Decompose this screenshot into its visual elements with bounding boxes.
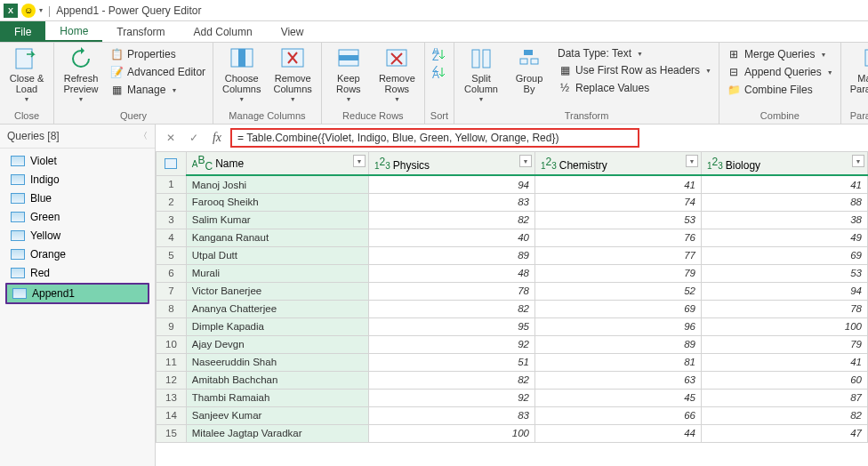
cell-biology[interactable]: 41 [701, 353, 867, 371]
query-item-violet[interactable]: Violet [5, 152, 149, 170]
cell-name[interactable]: Utpal Dutt [186, 246, 368, 264]
cell-biology[interactable]: 79 [701, 335, 867, 353]
data-grid[interactable]: ABCName▼ 123Physics▼ 123Chemistry▼ 123Bi… [156, 151, 868, 466]
row-number[interactable]: 14 [157, 406, 187, 424]
table-row[interactable]: 2Farooq Sheikh837488 [157, 193, 868, 211]
query-item-green[interactable]: Green [5, 208, 149, 226]
query-item-blue[interactable]: Blue [5, 189, 149, 207]
accept-formula-button[interactable]: ✓ [184, 128, 204, 148]
table-row[interactable]: 9Dimple Kapadia9596100 [157, 317, 868, 335]
tab-view[interactable]: View [267, 21, 318, 42]
row-number[interactable]: 12 [157, 371, 187, 389]
sort-desc-button[interactable]: ZA [430, 64, 448, 80]
table-row[interactable]: 6Murali487953 [157, 264, 868, 282]
cell-physics[interactable]: 82 [368, 300, 534, 317]
cell-physics[interactable]: 92 [368, 335, 534, 353]
cell-biology[interactable]: 53 [701, 264, 867, 282]
table-row[interactable]: 1Manoj Joshi944141 [157, 175, 868, 193]
cell-physics[interactable]: 48 [368, 264, 534, 282]
chevron-left-icon[interactable]: 〈 [139, 130, 148, 142]
cell-chemistry[interactable]: 44 [534, 424, 701, 442]
cell-chemistry[interactable]: 69 [534, 300, 701, 317]
formula-input[interactable]: = Table.Combine({Violet, Indigo, Blue, G… [230, 128, 639, 148]
filter-dropdown-icon[interactable]: ▼ [852, 155, 864, 167]
cell-name[interactable]: Mitalee Jagtap Varadkar [186, 424, 368, 442]
row-number[interactable]: 1 [157, 175, 187, 193]
cell-physics[interactable]: 83 [368, 193, 534, 211]
cell-physics[interactable]: 51 [368, 353, 534, 371]
cell-chemistry[interactable]: 66 [534, 406, 701, 424]
table-row[interactable]: 5Utpal Dutt897769 [157, 246, 868, 264]
tab-transform[interactable]: Transform [102, 21, 179, 42]
cell-physics[interactable]: 83 [368, 406, 534, 424]
row-number[interactable]: 2 [157, 193, 187, 211]
row-number[interactable]: 3 [157, 211, 187, 229]
cell-biology[interactable]: 94 [701, 282, 867, 300]
advanced-editor-button[interactable]: 📝Advanced Editor [108, 64, 207, 80]
cell-physics[interactable]: 94 [368, 175, 534, 193]
cell-chemistry[interactable]: 76 [534, 229, 701, 246]
feedback-icon[interactable]: ☺ [21, 4, 36, 18]
row-number[interactable]: 4 [157, 229, 187, 246]
close-and-load-button[interactable]: Close & Load ▼ [5, 44, 48, 104]
use-first-row-button[interactable]: ▦Use First Row as Headers▼ [556, 62, 713, 78]
cell-name[interactable]: Sanjeev Kumar [186, 406, 368, 424]
combine-files-button[interactable]: 📁Combine Files [725, 82, 835, 98]
cell-physics[interactable]: 89 [368, 246, 534, 264]
table-row[interactable]: 13Thambi Ramaiah924587 [157, 389, 868, 406]
table-row[interactable]: 11Naseeruddin Shah518141 [157, 353, 868, 371]
cell-chemistry[interactable]: 45 [534, 389, 701, 406]
group-by-button[interactable]: Group By [508, 44, 551, 96]
cell-name[interactable]: Amitabh Bachchan [186, 371, 368, 389]
filter-dropdown-icon[interactable]: ▼ [353, 155, 366, 167]
cell-physics[interactable]: 92 [368, 389, 534, 406]
cell-biology[interactable]: 78 [701, 300, 867, 317]
cell-physics[interactable]: 82 [368, 371, 534, 389]
row-number[interactable]: 5 [157, 246, 187, 264]
tab-add-column[interactable]: Add Column [180, 21, 267, 42]
column-header-biology[interactable]: 123Biology▼ [701, 152, 867, 176]
cell-name[interactable]: Kangana Ranaut [186, 229, 368, 246]
query-item-append1[interactable]: Append1 [5, 283, 149, 304]
filter-dropdown-icon[interactable]: ▼ [686, 155, 698, 167]
query-item-orange[interactable]: Orange [5, 245, 149, 263]
table-row[interactable]: 7Victor Banerjee785294 [157, 282, 868, 300]
cell-name[interactable]: Ajay Devgn [186, 335, 368, 353]
table-row[interactable]: 10Ajay Devgn928979 [157, 335, 868, 353]
select-all-corner[interactable] [157, 152, 187, 176]
cell-chemistry[interactable]: 96 [534, 317, 701, 335]
query-item-yellow[interactable]: Yellow [5, 227, 149, 245]
column-header-physics[interactable]: 123Physics▼ [368, 152, 534, 176]
row-number[interactable]: 10 [157, 335, 187, 353]
cell-physics[interactable]: 40 [368, 229, 534, 246]
merge-queries-button[interactable]: ⊞Merge Queries▼ [725, 46, 835, 62]
data-type-button[interactable]: Data Type: Text▼ [556, 46, 713, 60]
cell-physics[interactable]: 82 [368, 211, 534, 229]
column-header-name[interactable]: ABCName▼ [186, 152, 368, 176]
cell-chemistry[interactable]: 79 [534, 264, 701, 282]
cell-name[interactable]: Dimple Kapadia [186, 317, 368, 335]
append-queries-button[interactable]: ⊟Append Queries▼ [725, 64, 835, 80]
manage-parameters-button[interactable]: Manage Parameters▼ [847, 44, 868, 104]
table-row[interactable]: 3Salim Kumar825338 [157, 211, 868, 229]
cell-biology[interactable]: 82 [701, 406, 867, 424]
remove-columns-button[interactable]: Remove Columns▼ [269, 44, 315, 104]
tab-file[interactable]: File [0, 21, 45, 42]
cell-chemistry[interactable]: 81 [534, 353, 701, 371]
cell-name[interactable]: Victor Banerjee [186, 282, 368, 300]
cell-biology[interactable]: 38 [701, 211, 867, 229]
properties-button[interactable]: 📋Properties [108, 46, 207, 62]
qat-dropdown-icon[interactable]: ▾ [39, 6, 43, 14]
fx-icon[interactable]: fx [207, 128, 227, 148]
row-number[interactable]: 6 [157, 264, 187, 282]
remove-rows-button[interactable]: Remove Rows▼ [375, 44, 419, 104]
cell-chemistry[interactable]: 53 [534, 211, 701, 229]
queries-header[interactable]: Queries [8] 〈 [0, 125, 155, 149]
cell-biology[interactable]: 41 [701, 175, 867, 193]
row-number[interactable]: 7 [157, 282, 187, 300]
cell-biology[interactable]: 88 [701, 193, 867, 211]
row-number[interactable]: 8 [157, 300, 187, 317]
cell-physics[interactable]: 100 [368, 424, 534, 442]
table-row[interactable]: 4Kangana Ranaut407649 [157, 229, 868, 246]
manage-button[interactable]: ▦Manage▼ [108, 82, 207, 98]
